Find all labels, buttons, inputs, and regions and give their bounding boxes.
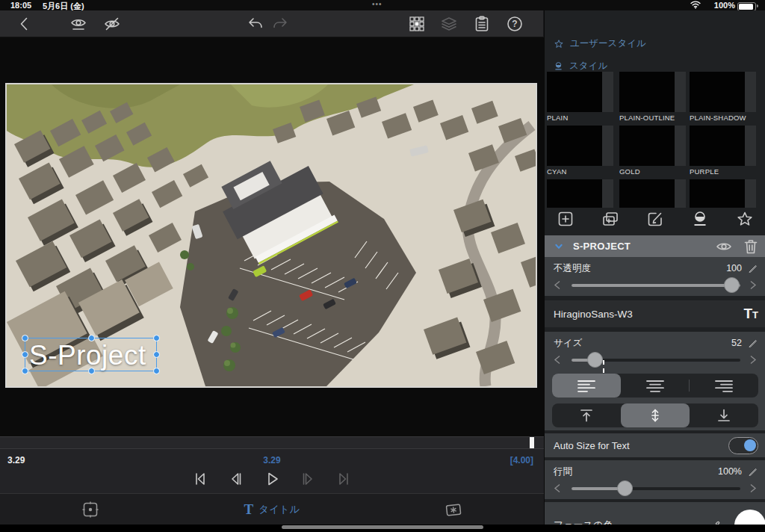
edit-value-icon[interactable]: [748, 263, 758, 273]
auto-size-label: Auto Size for Text: [554, 440, 630, 451]
add-style-group-button[interactable]: [601, 210, 619, 228]
handle-bottom-right[interactable]: [153, 368, 160, 374]
style-preset-plain-outline[interactable]: PLAIN-OUTLINE: [619, 72, 687, 122]
home-indicator[interactable]: [282, 525, 483, 529]
handle-mid-right[interactable]: [153, 351, 160, 358]
tab-effects[interactable]: [362, 494, 544, 525]
style-preset-partial[interactable]: [619, 179, 687, 208]
align-left-button[interactable]: [552, 374, 621, 398]
style-thumbnail[interactable]: [547, 126, 602, 166]
previous-frame-button[interactable]: [227, 470, 245, 488]
style-preset-gold[interactable]: GOLD: [619, 126, 687, 176]
step-down-icon[interactable]: [554, 483, 561, 493]
style-preset-partial[interactable]: [690, 179, 757, 208]
next-frame-button[interactable]: [299, 470, 317, 488]
editor-bottom-bar: T タイトル: [0, 493, 544, 525]
line-spacing-label: 行間: [554, 466, 572, 478]
hide-overlays-icon[interactable]: [103, 15, 121, 33]
handle-top-left[interactable]: [22, 335, 28, 341]
style-preset-purple[interactable]: PURPLE: [690, 126, 757, 176]
play-button[interactable]: [263, 470, 281, 488]
style-preset-plain-shadow[interactable]: PLAIN-SHADOW: [690, 72, 757, 122]
style-preset-plain[interactable]: PLAIN: [547, 72, 614, 122]
face-color-swatch[interactable]: [734, 510, 765, 525]
layer-visibility-icon[interactable]: [715, 238, 733, 256]
step-up-icon[interactable]: [749, 483, 757, 493]
handle-mid-left[interactable]: [22, 351, 28, 358]
style-thumbnail[interactable]: [619, 126, 675, 166]
handle-top-center[interactable]: [88, 335, 95, 341]
style-preset-partial[interactable]: [547, 179, 614, 208]
chevron-down-icon[interactable]: [551, 238, 567, 255]
battery-icon: [737, 2, 756, 11]
multitask-dots-icon[interactable]: •••: [372, 0, 382, 8]
layers-button[interactable]: [440, 15, 458, 33]
skip-to-start-button[interactable]: [191, 470, 209, 488]
style-preset-cyan[interactable]: CYAN: [547, 126, 614, 176]
tab-title[interactable]: T タイトル: [182, 494, 363, 525]
show-overlays-icon[interactable]: [69, 15, 87, 33]
align-right-button[interactable]: [690, 374, 758, 398]
styles-header[interactable]: スタイル: [554, 60, 607, 72]
line-spacing-section: 行間 100%: [545, 460, 765, 499]
edit-value-icon[interactable]: [748, 466, 758, 477]
size-slider[interactable]: [545, 351, 765, 369]
star-icon: [554, 39, 564, 49]
step-down-icon[interactable]: [554, 355, 561, 365]
delete-layer-icon[interactable]: [742, 238, 760, 256]
title-t-icon: T: [244, 502, 254, 516]
slider-thumb[interactable]: [617, 480, 633, 496]
valign-top-button[interactable]: [552, 403, 621, 427]
size-value: 52: [731, 338, 742, 348]
style-thumbnail[interactable]: [690, 72, 745, 112]
style-preset-label: GOLD: [619, 167, 687, 176]
favorite-style-button[interactable]: [736, 210, 754, 228]
tab-frame-position[interactable]: [0, 494, 182, 525]
back-button[interactable]: [16, 15, 34, 33]
face-color-row[interactable]: フェースの色: [545, 502, 765, 525]
title-text-overlay[interactable]: S-Project: [29, 340, 146, 371]
undo-button[interactable]: [247, 15, 264, 33]
opacity-slider[interactable]: [545, 276, 765, 294]
add-style-button[interactable]: [557, 210, 574, 228]
style-thumbnail[interactable]: [619, 72, 675, 112]
render-frame[interactable]: S-Project: [5, 83, 537, 388]
slider-track[interactable]: [572, 359, 740, 362]
stylus-style-button[interactable]: [691, 210, 709, 228]
seek-strip[interactable]: [0, 436, 544, 449]
step-up-icon[interactable]: [749, 280, 757, 290]
slider-thumb[interactable]: [587, 352, 603, 368]
slider-track[interactable]: [572, 284, 740, 287]
valign-bottom-button[interactable]: [690, 403, 758, 427]
style-thumbnail[interactable]: [690, 126, 745, 166]
skip-to-end-button[interactable]: [335, 470, 353, 488]
valign-middle-button[interactable]: [621, 403, 690, 427]
handle-bottom-left[interactable]: [22, 368, 28, 374]
slider-thumb[interactable]: [724, 277, 740, 293]
step-down-icon[interactable]: [554, 280, 561, 290]
line-spacing-slider[interactable]: [545, 480, 765, 498]
layer-header[interactable]: S-PROJECT: [545, 235, 765, 257]
font-row[interactable]: HiraginoSans-W3 TT: [545, 300, 765, 327]
canvas-grid-button[interactable]: [408, 15, 426, 33]
step-up-icon[interactable]: [749, 355, 757, 365]
edit-style-button[interactable]: [646, 210, 664, 228]
font-style-icon[interactable]: TT: [743, 306, 758, 322]
style-thumbnail[interactable]: [547, 72, 602, 112]
align-center-button[interactable]: [621, 374, 690, 398]
edit-value-icon[interactable]: [748, 338, 758, 348]
auto-size-toggle[interactable]: [728, 437, 758, 454]
redo-button[interactable]: [271, 15, 289, 33]
playhead[interactable]: [530, 437, 534, 448]
handle-top-right[interactable]: [153, 335, 160, 341]
clipboard-button[interactable]: [473, 15, 491, 33]
opacity-value: 100: [726, 263, 742, 273]
user-styles-header[interactable]: ユーザースタイル: [554, 37, 646, 50]
face-color-label: フェースの色: [554, 519, 613, 525]
handle-bottom-center[interactable]: [88, 368, 95, 374]
eyedropper-icon[interactable]: [707, 520, 721, 525]
slider-track[interactable]: [572, 487, 740, 490]
help-button[interactable]: ?: [506, 15, 524, 33]
title-text-selection[interactable]: S-Project: [25, 338, 157, 371]
status-bar: 18:05 5月6日 (金) ••• 100%: [0, 0, 765, 10]
